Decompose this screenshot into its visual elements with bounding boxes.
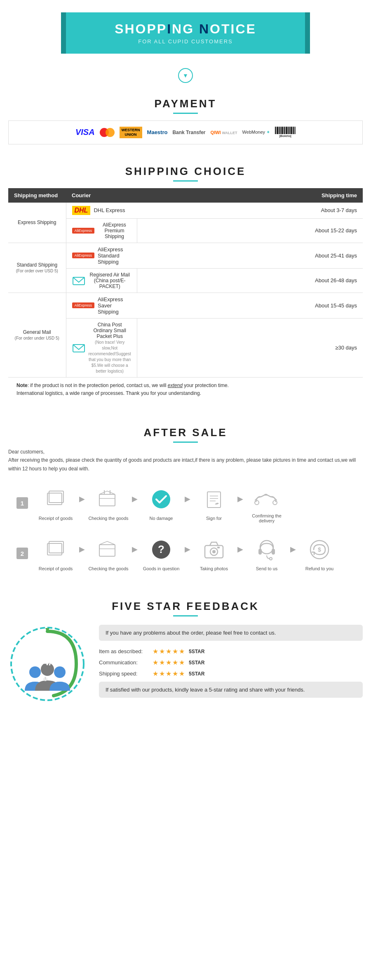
stars-2: ★★★★★ <box>153 659 186 666</box>
svg-line-27 <box>99 491 107 494</box>
shipping-table: Shipping method Courier Shipping time Ex… <box>8 188 363 378</box>
sign-icon <box>200 485 228 513</box>
rating-row-1: Item as described: ★★★★★ 5STAR <box>99 647 363 655</box>
svg-line-41 <box>107 541 115 545</box>
step-label: Refund to you <box>305 566 334 571</box>
svg-text:24/7: 24/7 <box>37 655 58 668</box>
checking-icon-2 <box>94 536 122 564</box>
svg-line-40 <box>99 541 107 545</box>
svg-line-28 <box>107 491 115 494</box>
airmail-icon-2 <box>72 342 85 354</box>
step-photos: Taking photos <box>191 536 237 571</box>
aliexpress-standard-logo: AliExpress <box>72 253 95 258</box>
feedback-top-bubble: If you have any problems about the order… <box>99 625 363 641</box>
feedback-right: If you have any problems about the order… <box>99 625 363 698</box>
table-row: Express Shipping DHL DHL Express About 3… <box>8 203 363 219</box>
arrow-section: ▼ <box>0 62 371 89</box>
arrow-down-icon: ▼ <box>178 68 193 83</box>
shipping-note: Note: if the product is not in the prote… <box>8 378 363 401</box>
step-receipt-2: Receipt of goods <box>33 536 78 571</box>
feedback-bubble-text: If you have any problems about the order… <box>106 630 276 636</box>
process-number-2: 2 <box>16 548 28 559</box>
aftersale-intro: Dear customers, After receiving the good… <box>8 448 363 473</box>
aliexpress-logo: AliExpress <box>72 228 95 234</box>
svg-point-58 <box>54 666 66 678</box>
col-courier: Courier <box>66 188 137 203</box>
step-arrow: ▶ <box>237 494 243 512</box>
step-arrow: ▶ <box>185 545 190 562</box>
svg-rect-3 <box>279 127 279 134</box>
col-method: Shipping method <box>8 188 66 203</box>
svg-text:?: ? <box>158 543 164 555</box>
aliexpress-standard-time: About 25-41 days <box>137 243 363 268</box>
method-express: Express Shipping <box>8 203 66 243</box>
step-arrow: ▶ <box>290 545 296 562</box>
maestro-logo: Maestro <box>147 129 168 135</box>
stars-3: ★★★★★ <box>153 670 186 678</box>
china-post-name: China Post Ordinary Small Packet Plus (N… <box>89 322 131 374</box>
rating-row-2: Communication: ★★★★★ 5STAR <box>99 659 363 666</box>
svg-rect-60 <box>45 677 46 680</box>
courier-airmail: Regisered Air Mail(China post/E-PACKET) <box>66 268 137 293</box>
svg-text:$: $ <box>318 546 321 553</box>
aliexpress-standard-name: AliExpress Standard Shipping <box>98 246 131 265</box>
rating-label-3: Shipping speed: <box>99 671 153 677</box>
step-label: No damage <box>150 516 173 521</box>
svg-rect-38 <box>99 545 115 556</box>
webmoney-logo: WebMoney ✦ <box>242 130 270 135</box>
dhl-logo: DHL <box>72 206 91 215</box>
courier-aliexpress-saver: AliExpress AliExpress Saver Shipping <box>66 293 137 318</box>
refund-icon: $ <box>305 536 333 564</box>
qiwi-logo: QIWI WALLET <box>210 130 237 135</box>
col-time: Shipping time <box>137 188 363 203</box>
svg-rect-2 <box>277 127 278 134</box>
svg-rect-30 <box>207 492 221 508</box>
shipping-title: SHIPPING CHOICE <box>8 165 363 182</box>
step-checking-2: Checking the goods <box>86 536 131 571</box>
svg-rect-14 <box>291 127 292 134</box>
mastercard-logo <box>100 128 115 137</box>
visa-logo: VISA <box>75 128 95 137</box>
airmail-time: About 26-48 days <box>137 268 363 293</box>
star-count-1: 5STAR <box>189 649 204 654</box>
rating-label-2: Communication: <box>99 659 153 666</box>
stars-1: ★★★★★ <box>153 647 186 655</box>
payment-title: PAYMENT <box>8 97 363 114</box>
china-post-time: ≥30 days <box>137 318 363 377</box>
step-label: Send to us <box>256 566 278 571</box>
step-label: Receipt of goods <box>39 516 73 521</box>
step-arrow: ▶ <box>132 494 138 512</box>
courier-dhl: DHL DHL Express <box>66 203 137 219</box>
aftersale-intro-line1: Dear customers, <box>8 449 45 455</box>
step-arrow: ▶ <box>79 545 85 562</box>
airmail-name: Regisered Air Mail(China post/E-PACKET) <box>89 272 131 289</box>
rating-row-3: Shipping speed: ★★★★★ 5STAR <box>99 670 363 678</box>
step-nodamage: No damage <box>139 485 184 521</box>
nodamage-icon <box>147 485 175 513</box>
step-label: Goods in question <box>143 566 180 571</box>
svg-rect-50 <box>272 549 275 555</box>
bank-transfer-logo: Bank Transfer <box>172 130 205 135</box>
dhl-name: DHL Express <box>94 207 125 213</box>
courier-aliexpress-premium: AliExpress AliExpress Premium Shipping <box>66 218 137 243</box>
dhl-time: About 3-7 days <box>137 203 363 219</box>
question-icon: ? <box>147 536 175 564</box>
aftersale-title: AFTER SALE <box>8 426 363 443</box>
svg-rect-18 <box>295 127 296 134</box>
svg-point-56 <box>29 666 41 678</box>
svg-rect-15 <box>292 127 293 134</box>
step-question: ? Goods in question <box>139 536 184 571</box>
aftersale-section: AFTER SALE Dear customers, After receivi… <box>0 410 371 583</box>
feedback-left: 24/7 <box>8 625 91 703</box>
svg-rect-7 <box>283 127 284 134</box>
svg-rect-10 <box>286 127 287 134</box>
step-label: Checking the goods <box>88 566 128 571</box>
process-row-1: 1 Receipt of goods ▶ <box>16 483 355 523</box>
airmail-icon <box>72 275 85 286</box>
checking-icon-1 <box>94 485 122 513</box>
svg-rect-17 <box>294 127 295 134</box>
process-steps-1: Receipt of goods ▶ <box>33 483 355 523</box>
svg-rect-8 <box>284 127 285 134</box>
aftersale-intro-line2: After receiving the goods, please check … <box>8 457 356 471</box>
svg-rect-4 <box>279 127 280 134</box>
